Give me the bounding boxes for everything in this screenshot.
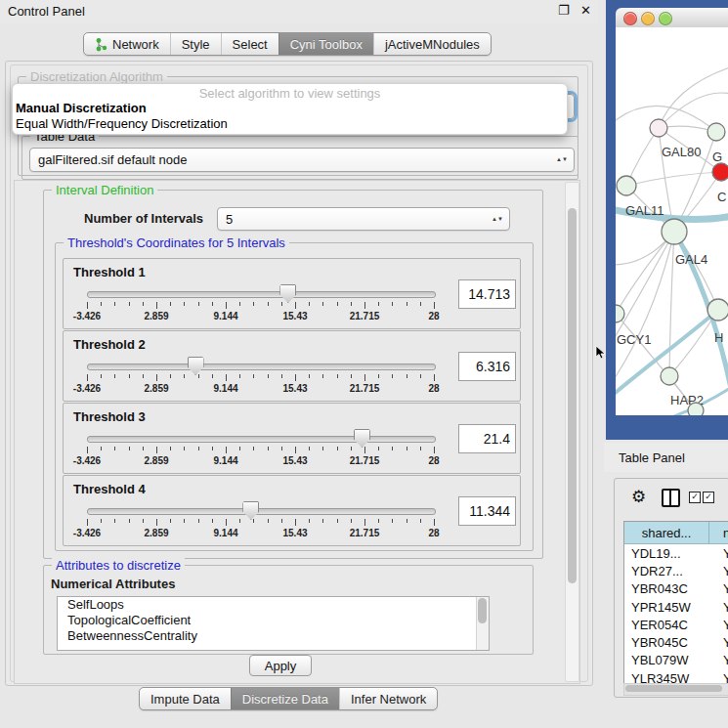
threshold-value-field[interactable]: 6.316 [458, 352, 516, 381]
tick-label: 28 [405, 455, 463, 466]
zoom-light-icon[interactable] [659, 12, 672, 25]
node-label: C [717, 190, 726, 204]
checkbox-icon[interactable]: ✓ [689, 492, 701, 503]
cell-name: YPR1 [715, 600, 728, 615]
network-canvas[interactable]: GAL80GCGAL11GAL4HGCY1HAP2 [616, 27, 728, 415]
apply-button[interactable]: Apply [249, 655, 312, 676]
network-window-titlebar[interactable] [616, 8, 728, 28]
numerical-attributes-list[interactable]: SelfLoopsTopologicalCoefficientBetweenne… [57, 596, 490, 651]
cell-shared-name: YER054C [624, 618, 715, 632]
slider-tick [87, 374, 88, 381]
slider-tick [420, 302, 421, 306]
slider-track[interactable] [87, 508, 436, 515]
tab-jactivemnodules[interactable]: jActiveMNodules [373, 33, 491, 55]
discretization-algorithm-group-label: Discretization Algorithm [26, 69, 167, 84]
checkbox-icon[interactable]: ✓ [703, 492, 714, 503]
table-row[interactable]: YBR043CYBR0 [624, 580, 728, 598]
menu-item-manual-discretization[interactable]: Manual Discretization [16, 101, 559, 115]
slider-tick [337, 519, 338, 523]
table-row[interactable]: YBR045CYBR0 [624, 634, 728, 652]
slider-tick [239, 519, 240, 523]
columns-icon[interactable] [662, 489, 680, 507]
list-scrollbar[interactable] [476, 597, 489, 650]
column-header-shared-name[interactable]: shared... [624, 522, 709, 544]
tab-infer-network[interactable]: Infer Network [339, 688, 437, 709]
slider-tick [281, 374, 282, 378]
node-gal11[interactable] [617, 176, 636, 195]
tick-label: 2.859 [127, 528, 186, 538]
slider-tick [295, 374, 296, 381]
slider-track[interactable] [87, 436, 436, 443]
close-icon[interactable]: ✕ [580, 3, 591, 18]
edge[interactable] [659, 66, 728, 128]
number-of-intervals-value: 5 [226, 212, 233, 227]
slider-thumb[interactable] [279, 284, 296, 303]
slider-tick [129, 519, 130, 523]
list-item[interactable]: SelfLoops [58, 597, 489, 613]
list-scrollbar-thumb[interactable] [478, 598, 487, 623]
list-item[interactable]: BetweennessCentrality [58, 628, 489, 644]
slider-thumb[interactable] [188, 357, 204, 375]
gear-icon[interactable]: ⚙ [631, 487, 646, 506]
slider-tick [434, 374, 435, 381]
column-header-name[interactable]: na [709, 522, 728, 544]
list-item[interactable]: TopologicalCoefficient [58, 613, 489, 628]
tab-network[interactable]: Network [84, 33, 170, 55]
edge[interactable] [616, 232, 674, 314]
slider-thumb[interactable] [242, 501, 259, 520]
tick-label: 28 [405, 528, 463, 538]
node-partial[interactable] [688, 403, 704, 415]
threshold-value-field[interactable]: 14.713 [458, 279, 516, 309]
tab-impute-data[interactable]: Impute Data [140, 688, 231, 709]
node-gal4[interactable] [662, 219, 687, 244]
threshold-value-field[interactable]: 21.4 [458, 424, 516, 453]
vertical-scrollbar[interactable] [565, 182, 579, 682]
tick-label: 9.144 [196, 528, 255, 538]
tab-select[interactable]: Select [221, 33, 278, 55]
threshold-panel-3: Threshold 3-3.4262.8599.14415.4321.71528… [63, 403, 521, 474]
scrollbar-thumb[interactable] [568, 208, 577, 583]
threshold-value-field[interactable]: 11.344 [458, 496, 516, 526]
tab-label: jActiveMNodules [385, 37, 480, 52]
table-hscroll-thumb[interactable] [625, 685, 722, 692]
table-row[interactable]: YER054CYER0 [624, 616, 728, 633]
float-window-icon[interactable]: ❐ [558, 3, 570, 18]
slider-tick [101, 519, 102, 523]
table-row[interactable]: YDR27...YDR2 [624, 562, 728, 579]
slider-thumb[interactable] [354, 429, 370, 448]
node-hap2[interactable] [661, 367, 678, 385]
node-label: H [714, 330, 723, 345]
node-gal80[interactable] [650, 119, 667, 137]
threshold-label: Threshold 1 [73, 265, 146, 279]
node-g[interactable] [707, 123, 725, 141]
edge[interactable] [669, 232, 674, 376]
edge-highlighted[interactable] [616, 310, 718, 401]
node-h[interactable] [707, 299, 728, 321]
slider-tick [420, 447, 421, 450]
number-of-intervals-combobox[interactable]: 5 ▲▼ [217, 207, 510, 231]
slider-tick [364, 519, 365, 526]
table-row[interactable]: YBL079WYBL0 [624, 652, 728, 669]
slider-tick [156, 447, 157, 453]
slider-tick [87, 519, 88, 526]
node-c[interactable] [712, 163, 728, 181]
slider-tick [170, 302, 171, 306]
slider-track[interactable] [87, 364, 436, 370]
slider-tick [392, 519, 393, 523]
table-horizontal-scrollbar[interactable] [623, 683, 728, 696]
tab-style[interactable]: Style [170, 33, 221, 55]
tick-label: 21.715 [335, 528, 394, 538]
table-data-combobox[interactable]: galFiltered.sif default node ▲▼ [29, 148, 575, 172]
tab-cyni-toolbox[interactable]: Cyni Toolbox [278, 33, 373, 55]
edge[interactable] [626, 172, 721, 186]
table-row[interactable]: YDL19...YDL1 [624, 544, 728, 562]
minimize-light-icon[interactable] [641, 12, 655, 25]
slider-track[interactable] [87, 291, 436, 298]
combo-arrows-icon: ▲▼ [556, 157, 574, 162]
slider-tick [378, 374, 379, 378]
table-row[interactable]: YPR145WYPR1 [624, 598, 728, 616]
tab-discretize-data[interactable]: Discretize Data [231, 688, 339, 709]
menu-item-equal-width-frequency[interactable]: Equal Width/Frequency Discretization [16, 116, 559, 131]
close-light-icon[interactable] [623, 12, 637, 25]
node-gcy1[interactable] [616, 305, 624, 322]
